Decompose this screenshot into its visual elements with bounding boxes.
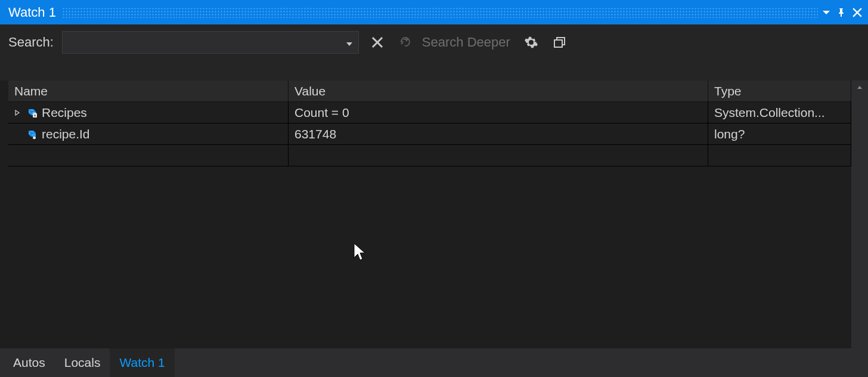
- search-box[interactable]: [62, 31, 359, 54]
- expander-icon[interactable]: [13, 109, 21, 117]
- search-deeper-button: [396, 32, 416, 52]
- field-icon: [25, 128, 38, 140]
- open-windows-button[interactable]: [550, 32, 570, 52]
- cell-value[interactable]: 631748: [289, 123, 708, 145]
- watch-name: recipe.Id: [42, 127, 90, 141]
- svg-rect-2: [554, 40, 562, 47]
- cell-type: long?: [708, 123, 851, 145]
- search-toolbar: Search: Search Deeper: [0, 24, 868, 60]
- cell-name[interactable]: Recipes: [8, 102, 289, 123]
- settings-button[interactable]: [521, 32, 541, 52]
- titlebar-grip[interactable]: [62, 7, 818, 18]
- cell-value[interactable]: Count = 0: [289, 102, 708, 123]
- search-label: Search:: [8, 35, 54, 50]
- scroll-up-icon[interactable]: [851, 81, 868, 95]
- cell-value[interactable]: [289, 145, 708, 166]
- grid-header: Name Value Type: [8, 81, 851, 102]
- watch-row[interactable]: Recipes Count = 0 System.Collection...: [8, 102, 851, 123]
- column-header-name[interactable]: Name: [8, 81, 289, 102]
- vertical-scrollbar[interactable]: [851, 81, 868, 366]
- watch-row[interactable]: recipe.Id 631748 long?: [8, 123, 851, 145]
- pin-icon[interactable]: [836, 7, 847, 18]
- window-titlebar: Watch 1: [0, 0, 868, 24]
- watch-grid: Name Value Type Recipes: [8, 81, 851, 166]
- cell-type: [708, 145, 851, 166]
- tab-watch1[interactable]: Watch 1: [110, 348, 174, 377]
- tab-locals[interactable]: Locals: [55, 348, 110, 377]
- column-header-value[interactable]: Value: [289, 81, 708, 102]
- close-icon[interactable]: [851, 7, 863, 18]
- watch-row-empty[interactable]: [8, 145, 851, 166]
- svg-point-0: [529, 41, 532, 44]
- bottom-tabstrip: Autos Locals Watch 1: [0, 348, 868, 377]
- column-header-type[interactable]: Type: [708, 81, 851, 102]
- cell-name[interactable]: recipe.Id: [8, 123, 289, 145]
- cell-type: System.Collection...: [708, 102, 851, 123]
- field-icon: [25, 107, 38, 119]
- cell-name[interactable]: [8, 145, 289, 166]
- window-title: Watch 1: [8, 5, 56, 20]
- search-dropdown-icon[interactable]: [345, 38, 355, 47]
- window-options-dropdown-icon[interactable]: [822, 8, 831, 17]
- search-input[interactable]: [63, 32, 358, 53]
- clear-search-button[interactable]: [367, 32, 388, 52]
- watch-grid-area: Name Value Type Recipes: [0, 81, 868, 366]
- watch-name: Recipes: [42, 106, 87, 120]
- tab-autos[interactable]: Autos: [4, 348, 55, 377]
- search-deeper-label: Search Deeper: [422, 35, 510, 50]
